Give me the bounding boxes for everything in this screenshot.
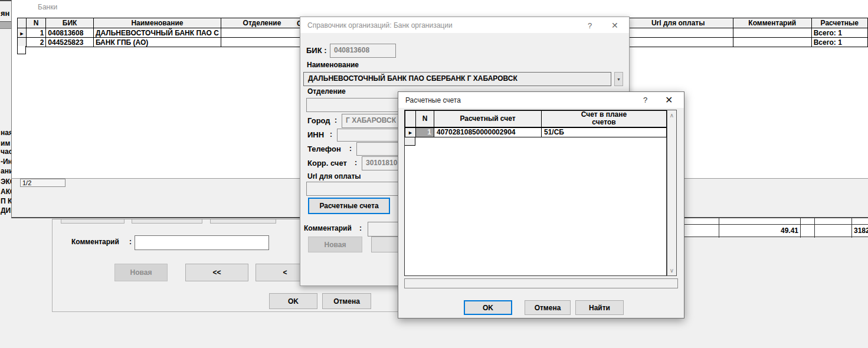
chevron-down-icon[interactable]: ▼ (614, 72, 623, 86)
col-header-comment[interactable]: Комментарий (733, 18, 811, 28)
help-icon[interactable]: ? (588, 21, 592, 30)
col-header-accounts[interactable]: Расчетные (811, 18, 867, 28)
current-row-marker-icon: ► (405, 127, 416, 137)
col-header-name[interactable]: Наименование (93, 18, 221, 28)
cell-comment[interactable] (733, 28, 811, 38)
text-fragment: -Ин (1, 157, 11, 166)
bik-field[interactable]: 040813608 (330, 44, 396, 58)
phone-colon: : (349, 145, 352, 153)
vertical-scrollbar[interactable]: ∧ ∨ (667, 110, 677, 276)
city-colon: : (335, 116, 337, 124)
name-label: Наименование (307, 61, 359, 69)
account-row[interactable]: ► 1 40702810850000002904 51/СБ (405, 127, 667, 137)
accounts-grid: N Расчетный счет Счет в плане счетов ► 1… (405, 110, 667, 137)
screen: 0) А 02.2 ). Н от 1 10 с Наи им им СС на… (0, 0, 868, 348)
url-label: Url для оплаты (307, 172, 361, 180)
record-counter: 1/2 (20, 179, 65, 187)
text-fragment: АКС (1, 188, 11, 196)
banki-window-title: Банки (38, 3, 57, 11)
text-fragment: ДИВ (1, 206, 11, 215)
col-header-plan[interactable]: Счет в плане счетов (542, 111, 667, 127)
comment-colon: : (359, 224, 362, 232)
cell-account[interactable]: 40702810850000002904 (434, 127, 542, 137)
text-fragment: П К (1, 197, 11, 205)
phone-label: Телефон (307, 145, 341, 153)
first-record-button[interactable]: << (185, 264, 248, 281)
col-header-account[interactable]: Расчетный счет (434, 111, 542, 127)
cell-n[interactable]: 2 (26, 38, 45, 47)
dialog-titlebar: Справочник организаций: Банк организации… (300, 17, 629, 33)
clipped-button[interactable] (132, 219, 202, 224)
row-selector-header (405, 111, 416, 127)
background-amounts-table: 49.41 3182 (683, 218, 868, 237)
bank-name-combobox[interactable]: ДАЛЬНЕВОСТОЧНЫЙ БАНК ПАО СБЕРБАНК Г ХАБА… (303, 72, 611, 86)
accounts-grid-area: N Расчетный счет Счет в плане счетов ► 1… (404, 110, 667, 276)
ok-button[interactable]: OK (464, 300, 512, 315)
column-divider (814, 218, 815, 238)
cancel-button[interactable]: Отмена (322, 293, 371, 309)
help-icon[interactable]: ? (643, 96, 647, 104)
text-fragment: ЭКС (1, 178, 11, 186)
accounts-dialog: Расчетные счета ? ✕ N Расчетный счет Сче… (398, 91, 684, 319)
ok-button[interactable]: OK (269, 293, 317, 309)
comment-label: Комментарий (304, 224, 352, 232)
current-row-marker-icon: ► (18, 28, 27, 38)
city-label: Город (307, 116, 330, 125)
column-divider (800, 218, 801, 238)
cell-n[interactable]: 1 (26, 28, 45, 38)
clipped-button[interactable] (61, 219, 125, 224)
column-divider (719, 218, 719, 238)
col-header-n[interactable]: N (416, 111, 434, 127)
bik-label: БИК : (306, 46, 327, 55)
find-button[interactable]: Найти (575, 300, 624, 315)
status-bar (404, 278, 678, 288)
cell-bik[interactable]: 044525823 (46, 38, 94, 47)
cell-n[interactable]: 1 (416, 127, 434, 137)
comment-colon: : (129, 238, 132, 246)
accounts-button[interactable]: Расчетные счета (308, 198, 390, 214)
cell-accounts[interactable]: Всего: 1 (811, 28, 867, 38)
scroll-up-icon[interactable]: ∧ (667, 112, 676, 119)
cell-branch[interactable] (221, 38, 303, 47)
inn-colon: : (330, 130, 332, 139)
accounts-grid-header-row: N Расчетный счет Счет в плане счетов (405, 111, 667, 127)
corr-account-colon: : (355, 159, 357, 167)
row-selector-header (18, 18, 27, 28)
dialog-title: Расчетные счета (405, 96, 461, 104)
col-header-url[interactable]: Url для оплаты (623, 18, 733, 28)
new-button[interactable]: Новая (308, 237, 362, 252)
new-button[interactable]: Новая (114, 264, 168, 281)
col-header-branch[interactable]: Отделение (221, 18, 303, 28)
empty-row-selector (405, 137, 415, 146)
comment-input[interactable] (135, 235, 269, 250)
empty-row-selector (17, 46, 26, 54)
cell-name[interactable]: БАНК ГПБ (АО) (93, 38, 221, 47)
cell-bik[interactable]: 040813608 (46, 28, 94, 38)
table-row-divider (683, 224, 868, 225)
col-header-bik[interactable]: БИК (46, 18, 94, 28)
cell-branch[interactable] (221, 28, 303, 38)
cell-plan[interactable]: 51/СБ (542, 127, 667, 137)
cell-comment[interactable] (733, 38, 811, 47)
clipped-button[interactable] (210, 219, 276, 224)
cell-url[interactable] (623, 28, 733, 38)
text-fragment: ани (1, 167, 11, 175)
cell-url[interactable] (623, 38, 733, 47)
amount-cell: 3182 (854, 226, 868, 235)
corr-account-label: Корр. счет (307, 159, 347, 168)
col-header-n[interactable]: N (26, 18, 45, 28)
cell-accounts[interactable]: Всего: 1 (811, 38, 867, 47)
amount-cell: 49.41 (754, 226, 798, 235)
close-icon[interactable]: ✕ (611, 21, 618, 30)
close-icon[interactable]: ✕ (665, 94, 673, 106)
inn-label: ИНН (307, 130, 324, 139)
dialog-title: Справочник организаций: Банк организации (307, 21, 453, 29)
dialog-titlebar: Расчетные счета ? ✕ (398, 92, 684, 108)
cancel-button[interactable]: Отмена (525, 300, 571, 315)
column-divider (851, 218, 852, 238)
text-fragment: им (1, 139, 10, 147)
comment-label: Комментарий (71, 238, 119, 246)
scroll-down-icon[interactable]: ∨ (667, 267, 676, 274)
text-fragment: час (1, 147, 11, 156)
cell-name[interactable]: ДАЛЬНЕВОСТОЧНЫЙ БАНК ПАО С (93, 28, 221, 38)
